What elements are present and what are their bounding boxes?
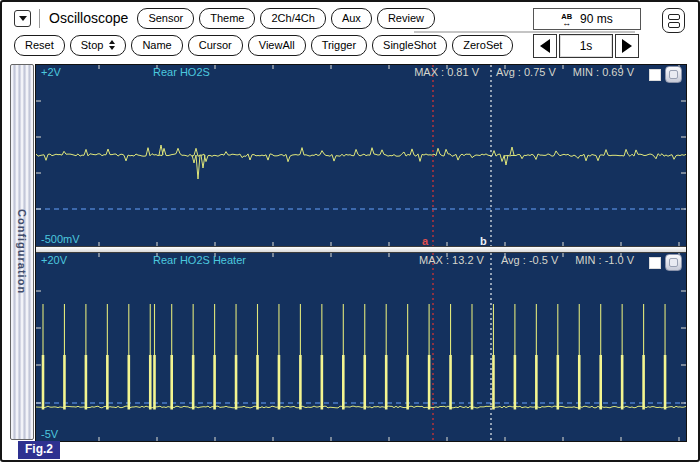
stacked-windows-icon [668,14,680,20]
channel-1-name: Rear HO2S [153,66,210,78]
configuration-handle[interactable]: Configuration [10,64,34,440]
oscilloscope-window: Oscilloscope Sensor Theme 2Ch/4Ch Aux Re… [0,0,700,462]
channel-divider[interactable] [36,246,686,253]
max-readout: MAX : 0.81 V [414,66,479,78]
timebase-cluster: 1s [533,34,639,58]
channel-2-name: Rear HO2S Heater [153,254,246,266]
toolbar-separator [414,31,635,33]
channel-2-checkbox[interactable] [649,257,661,269]
page-title: Oscilloscope [49,10,128,26]
sensor-button[interactable]: Sensor [137,8,194,29]
toolbar-row-2: Reset Stop Name Cursor ViewAll Trigger S… [14,34,513,56]
channel-2-scale-bottom: -5V [41,428,58,440]
zeroset-button[interactable]: ZeroSet [452,35,513,56]
channel-1-display[interactable]: +2V Rear HO2S MAX : 0.81 V Avg : 0.75 V … [36,65,686,246]
stop-button[interactable]: Stop [70,35,127,56]
channel-1-stats: MAX : 0.81 V Avg : 0.75 V MIN : 0.69 V [414,66,634,78]
stop-spinner-icon[interactable] [109,40,115,50]
viewall-button[interactable]: ViewAll [248,35,306,56]
theme-button[interactable]: Theme [199,8,255,29]
channel-1-settings-button[interactable] [665,66,682,83]
channel-2-display[interactable]: +20V Rear HO2S Heater MAX : 13.2 V Avg :… [36,253,686,441]
ab-time-value: 90 ms [580,12,613,26]
channel-1-scale-top: +2V [41,66,61,78]
timebase-next-button[interactable] [615,34,639,58]
singleshot-button[interactable]: SingleShot [372,35,447,56]
right-arrow-icon [622,39,632,53]
avg-readout: Avg : -0.5 V [501,254,558,266]
aux-button[interactable]: Aux [331,8,372,29]
trigger-button[interactable]: Trigger [311,35,367,56]
timebase-value[interactable]: 1s [559,34,613,58]
channel-2-settings-button[interactable] [665,254,682,271]
menu-button[interactable] [662,8,685,33]
max-readout: MAX : 13.2 V [419,254,484,266]
scope-display: +2V Rear HO2S MAX : 0.81 V Avg : 0.75 V … [35,64,687,442]
window-menu-button[interactable] [14,10,31,27]
channel-2-stats: MAX : 13.2 V Avg : -0.5 V MIN : -1.0 V [419,254,634,266]
toolbar-row-1: Oscilloscope Sensor Theme 2Ch/4Ch Aux Re… [14,7,435,29]
cursor-button[interactable]: Cursor [188,35,243,56]
channel-1-scale-bottom: -500mV [41,233,80,245]
avg-readout: Avg : 0.75 V [496,66,556,78]
review-button[interactable]: Review [377,8,435,29]
timebase-prev-button[interactable] [533,34,557,58]
channel-mode-button[interactable]: 2Ch/4Ch [260,8,325,29]
channel-1-checkbox[interactable] [649,69,661,81]
name-button[interactable]: Name [131,35,182,56]
channel-2-waveform [36,253,686,441]
min-readout: MIN : -1.0 V [575,254,634,266]
ab-time-readout[interactable]: AB ↔ 90 ms [533,8,641,30]
figure-caption-badge: Fig.2 [18,441,60,459]
cursor-b-label[interactable]: b [480,236,487,246]
cursor-a-label[interactable]: a [422,236,428,246]
dropdown-arrow-icon [19,16,27,21]
min-readout: MIN : 0.69 V [573,66,634,78]
left-arrow-icon [540,39,550,53]
reset-button[interactable]: Reset [14,35,65,56]
channel-1-waveform [36,65,686,246]
title-separator [39,9,40,28]
ab-marker-icon: AB ↔ [561,13,572,26]
channel-2-scale-top: +20V [41,254,67,266]
configuration-label: Configuration [16,209,28,294]
